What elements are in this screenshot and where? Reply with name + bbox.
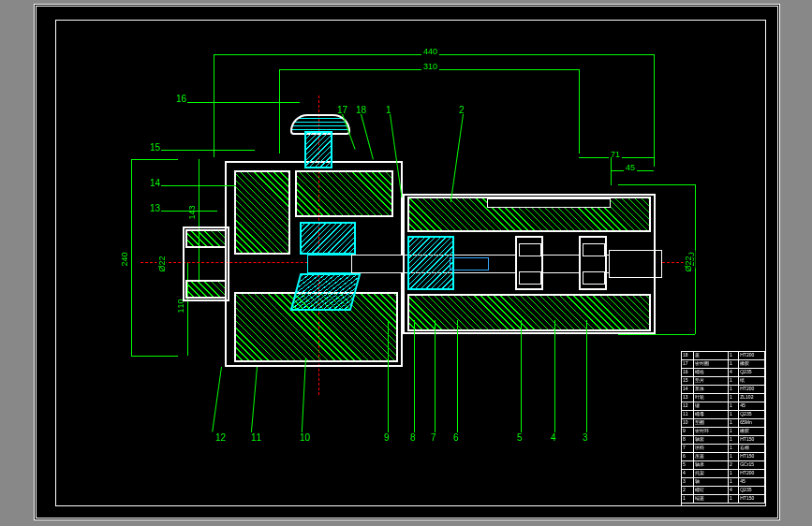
parts-cell: 9 — [682, 428, 694, 435]
callout-8: 8 — [410, 432, 416, 443]
callout-7: 7 — [431, 432, 436, 443]
parts-cell: 1 — [729, 411, 739, 418]
callout-12: 12 — [215, 432, 226, 443]
parts-cell: 45 — [739, 478, 765, 486]
parts-list-row: 15垫片1纸 — [682, 377, 765, 386]
callout-14: 14 — [150, 178, 160, 188]
dim-phi22-l: Ø22 — [157, 254, 167, 273]
leader — [457, 320, 458, 432]
leader — [161, 150, 255, 151]
leader — [414, 320, 415, 432]
parts-cell: 1 — [729, 495, 739, 503]
parts-cell: 12 — [682, 402, 694, 410]
parts-cell: 端盖 — [694, 495, 729, 503]
cad-drawing-frame: 440 310 71 45 143 110 240 280 15k6 — [34, 4, 780, 520]
parts-list-row: 12键145 — [682, 402, 765, 411]
parts-cell: 盖 — [694, 352, 729, 359]
callout-16: 16 — [176, 94, 186, 104]
parts-cell: 8 — [682, 436, 694, 444]
callout-9: 9 — [384, 432, 390, 443]
parts-cell: 纸 — [739, 377, 765, 385]
parts-list-row: 13叶轮1ZL102 — [682, 394, 765, 402]
parts-cell: 1 — [729, 428, 739, 435]
title-block: 18盖1HT20017密封圈1橡胶16螺栓4Q23515垫片1纸14泵体1HT2… — [681, 351, 765, 505]
leader — [388, 320, 389, 432]
dim-line-240 — [131, 159, 132, 356]
callout-11: 11 — [251, 432, 261, 443]
parts-cell: 5 — [682, 461, 694, 469]
parts-list-row: 10垫圈165Mn — [682, 419, 765, 428]
parts-list-row: 17密封圈1橡胶 — [682, 360, 765, 369]
parts-cell: 16 — [682, 369, 694, 376]
parts-cell: 1 — [682, 495, 694, 503]
inlet-flange-section-b — [185, 280, 227, 299]
callout-10: 10 — [300, 432, 310, 443]
parts-cell: 4 — [729, 487, 739, 494]
parts-cell: 6 — [682, 453, 694, 460]
inlet-flange-section-t — [185, 229, 227, 248]
parts-cell: 橡胶 — [739, 428, 765, 435]
parts-cell: 4 — [682, 470, 694, 477]
leader — [161, 185, 236, 186]
parts-cell: 垫圈 — [694, 419, 729, 427]
parts-list-row: 6压盖1HT150 — [682, 453, 765, 461]
parts-list-row: 7填料1石棉 — [682, 445, 765, 453]
parts-cell: HT200 — [739, 352, 765, 359]
parts-cell: 键 — [694, 402, 729, 410]
callout-5: 5 — [517, 432, 523, 443]
parts-cell: 15 — [682, 377, 694, 385]
dim-ext — [279, 69, 280, 153]
parts-cell: 7 — [682, 445, 694, 452]
parts-cell: Q235 — [739, 487, 765, 494]
parts-cell: 1 — [729, 352, 739, 359]
parts-cell: 石棉 — [739, 445, 765, 452]
parts-cell: 叶轮 — [694, 394, 729, 402]
parts-cell: 18 — [682, 352, 694, 359]
bolt-top — [487, 198, 611, 208]
parts-cell: GCr15 — [739, 461, 765, 469]
impeller-blade-upper — [300, 222, 356, 255]
parts-cell: 1 — [729, 402, 739, 410]
casing-section-upper2 — [295, 170, 393, 217]
dim-310: 310 — [421, 62, 439, 71]
parts-cell: 45 — [739, 402, 765, 410]
leader — [187, 102, 300, 103]
parts-cell: 轴 — [694, 478, 729, 486]
parts-list-row: 4托架1HT200 — [682, 470, 765, 478]
dim-ext — [579, 69, 580, 153]
parts-cell: 1 — [729, 386, 739, 393]
parts-cell: 轴套 — [694, 436, 729, 444]
parts-cell: 10 — [682, 419, 694, 427]
parts-cell: Q235 — [739, 411, 765, 418]
parts-cell: 1 — [729, 394, 739, 402]
leader — [161, 211, 217, 212]
parts-list-row: 1端盖1HT150 — [682, 495, 765, 504]
parts-cell: 轴承 — [694, 461, 729, 469]
parts-list-row: 5轴承2GCr15 — [682, 461, 765, 470]
parts-list-row: 18盖1HT200 — [682, 352, 765, 360]
parts-cell: 3 — [682, 478, 694, 486]
parts-cell: 1 — [729, 377, 739, 385]
parts-cell: 填料 — [694, 445, 729, 452]
parts-cell: 托架 — [694, 470, 729, 477]
parts-cell: 1 — [729, 445, 739, 452]
pump-assembly-section: Ø22 — [169, 142, 674, 386]
parts-cell: HT150 — [739, 495, 765, 503]
callout-15: 15 — [150, 142, 160, 153]
parts-list-row: 11螺母1Q235 — [682, 411, 765, 419]
parts-cell: 1 — [729, 419, 739, 427]
parts-cell: 1 — [729, 470, 739, 477]
parts-list-row: 2螺钉4Q235 — [682, 487, 765, 495]
callout-13: 13 — [150, 203, 160, 213]
parts-cell: HT150 — [739, 453, 765, 460]
leader — [586, 320, 587, 432]
parts-cell: HT200 — [739, 386, 765, 393]
parts-list-row: 8轴套1HT150 — [682, 436, 765, 445]
parts-list-row: 14泵体1HT200 — [682, 386, 765, 394]
parts-cell: 螺栓 — [694, 369, 729, 376]
parts-list-row: 16螺栓4Q235 — [682, 369, 765, 377]
parts-cell: 2 — [729, 461, 739, 469]
leader — [521, 320, 522, 432]
callout-4: 4 — [551, 432, 556, 443]
impeller-blade-lower — [290, 273, 362, 311]
